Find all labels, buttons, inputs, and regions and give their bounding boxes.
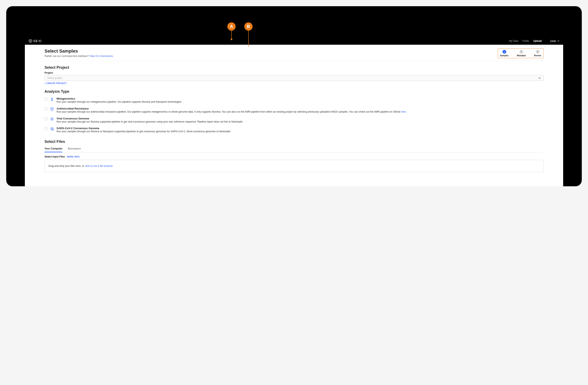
- svg-point-1: [52, 108, 53, 109]
- step-number: 1: [503, 50, 506, 54]
- browser-frame: CZ ID My Data Public Upload User: [6, 6, 582, 186]
- logo-id: ID: [39, 39, 42, 43]
- checkbox-amr[interactable]: [44, 107, 47, 110]
- annotation-a-line: [231, 31, 232, 39]
- project-select[interactable]: Select project: [44, 75, 544, 81]
- virus-icon: [50, 117, 54, 121]
- analysis-title: Viral Consensus Genome: [57, 117, 243, 120]
- svg-line-19: [53, 128, 53, 128]
- chevron-down-icon: [557, 40, 559, 42]
- analysis-sarscov2: $ SARS-CoV-2 Consensus Genome Run your s…: [44, 127, 544, 133]
- page-content: Select Samples Rather use our command-li…: [25, 45, 563, 176]
- logo-icon: [29, 39, 32, 43]
- logo[interactable]: CZ ID: [29, 39, 42, 43]
- dropzone-text: Drag and drop your files here, or: [48, 164, 85, 167]
- step-number: 2: [520, 50, 523, 54]
- stepper: 1 Samples 2 Metadata 3 Review: [498, 48, 544, 58]
- page-subtitle: Rather use our command-line interface? V…: [44, 55, 113, 58]
- analysis-desc: Run your samples through our antimicrobi…: [57, 110, 407, 114]
- analysis-title: Metagenomics: [57, 97, 182, 100]
- tab-your-computer[interactable]: Your Computer: [44, 145, 62, 152]
- svg-point-2: [51, 118, 53, 120]
- logo-cz: CZ: [34, 39, 38, 43]
- annotation-a: A: [227, 22, 236, 31]
- user-menu[interactable]: User: [550, 39, 559, 43]
- input-files-row: Select Input Files MORE INFO: [44, 155, 544, 158]
- svg-line-9: [51, 120, 51, 120]
- step-label: Metadata: [517, 54, 526, 57]
- topbar: CZ ID My Data Public Upload User: [25, 37, 563, 45]
- step-number: 3: [536, 50, 540, 54]
- nav-my-data[interactable]: My Data: [509, 40, 518, 42]
- checkbox-sarscov2[interactable]: [44, 127, 47, 130]
- dna-icon: [50, 97, 54, 101]
- cli-link[interactable]: View CLI Instructions.: [89, 55, 113, 58]
- step-review[interactable]: 3 Review: [534, 50, 541, 57]
- headline: Select Samples Rather use our command-li…: [44, 48, 113, 58]
- more-info-link[interactable]: MORE INFO: [67, 156, 80, 158]
- svg-line-10: [53, 118, 53, 118]
- chevron-down-icon: [538, 77, 541, 79]
- project-label: Project: [44, 71, 544, 74]
- step-label: Samples: [500, 54, 508, 57]
- analysis-viral-cg: Viral Consensus Genome Run your samples …: [44, 117, 544, 123]
- analysis-desc: Run your samples through our metagenomic…: [57, 100, 182, 104]
- file-dropzone[interactable]: Drag and drop your files here, or click …: [44, 160, 544, 172]
- user-label: User: [550, 39, 556, 43]
- github-here-link[interactable]: here: [401, 110, 406, 113]
- page-title: Select Samples: [44, 48, 113, 54]
- analysis-type-heading: Analysis Type: [44, 89, 544, 94]
- subtitle-prefix: Rather use our command-line interface?: [44, 55, 89, 58]
- svg-line-16: [51, 128, 51, 128]
- select-project-heading: Select Project: [44, 65, 544, 70]
- svg-line-18: [51, 130, 51, 130]
- annotation-b-line: [248, 31, 249, 47]
- analysis-title: SARS-CoV-2 Consensus Genome: [57, 127, 231, 130]
- checkbox-metagenomics[interactable]: [44, 98, 47, 101]
- create-project-link[interactable]: + CREATE PROJECT: [44, 82, 67, 84]
- annotation-b: B: [244, 22, 252, 31]
- checkbox-viral-cg[interactable]: [44, 117, 47, 120]
- svg-line-8: [53, 120, 53, 120]
- file-browser-link[interactable]: click to use a file browser.: [85, 164, 113, 167]
- annotation-a-dot: [231, 39, 232, 40]
- analysis-amr: Antimicrobial Resistance Run your sample…: [44, 107, 544, 114]
- input-files-label: Select Input Files: [44, 155, 65, 158]
- covid-virus-icon: $: [50, 127, 54, 131]
- svg-line-7: [51, 118, 51, 118]
- app-window: CZ ID My Data Public Upload User: [25, 37, 563, 186]
- select-files-heading: Select Files: [44, 140, 544, 144]
- step-metadata[interactable]: 2 Metadata: [517, 50, 526, 57]
- shield-bacteria-icon: [50, 107, 54, 111]
- tab-basespace[interactable]: Basespace: [68, 145, 81, 152]
- step-label: Review: [534, 54, 541, 57]
- analysis-desc: Run your samples through our Illumina su…: [57, 120, 243, 123]
- file-source-tabs: Your Computer Basespace: [44, 145, 544, 152]
- nav-upload[interactable]: Upload: [533, 40, 542, 42]
- analysis-desc: Run your samples through our Illumina or…: [57, 130, 231, 133]
- nav: My Data Public Upload: [509, 40, 542, 42]
- nav-public[interactable]: Public: [522, 40, 529, 42]
- step-samples[interactable]: 1 Samples: [500, 50, 508, 57]
- analysis-desc-text: Run your samples through our antimicrobi…: [57, 110, 401, 113]
- analysis-metagenomics: Metagenomics Run your samples through ou…: [44, 97, 544, 104]
- project-placeholder: Select project: [47, 77, 62, 80]
- analysis-title: Antimicrobial Resistance: [57, 107, 407, 110]
- headline-row: Select Samples Rather use our command-li…: [44, 48, 544, 61]
